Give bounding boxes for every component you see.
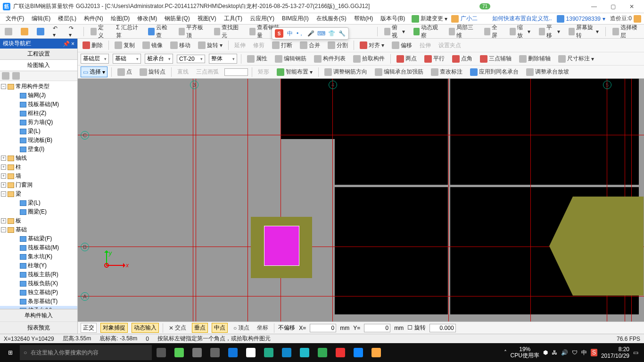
maximize-button[interactable]: ▢ (603, 0, 622, 13)
tab-project-settings[interactable]: 工程设置 (0, 49, 77, 60)
menu-help[interactable]: 帮助(H) (351, 14, 376, 24)
y-input[interactable] (364, 324, 390, 332)
tray-icon-1[interactable]: ⬢ (543, 349, 548, 356)
rotate-checkbox[interactable]: ☐ 旋转 (407, 324, 425, 332)
select-floor-button[interactable]: 选择楼层 (611, 23, 641, 41)
selected-element[interactable] (264, 226, 299, 266)
merge-button[interactable]: 合并 (298, 41, 322, 50)
parallel-button[interactable]: 平行 (422, 54, 446, 64)
pan-button[interactable]: 平移 ▾ (537, 23, 561, 41)
mirror-button[interactable]: 镜像 (140, 41, 165, 50)
top-view-button[interactable]: 俯视 ▾ (382, 23, 407, 41)
snap-apex[interactable]: ○ 顶点 (231, 323, 251, 333)
tab-single-input[interactable]: 单构件输入 (0, 309, 77, 321)
pick-component-button[interactable]: 拾取构件 (351, 54, 387, 64)
local-3d-button[interactable]: 局部三维 (447, 23, 478, 41)
apply-same-button[interactable]: 应用到同名承台 (468, 67, 520, 77)
taskbar-app-6[interactable] (314, 345, 331, 360)
taskbar-app-2[interactable] (189, 345, 206, 360)
tray-ime[interactable]: 中 (581, 349, 587, 357)
delete-aux-button[interactable]: 删除辅轴 (517, 54, 553, 64)
rotate-point-tool[interactable]: 旋转点 (138, 67, 167, 77)
edit-ct-rebar-button[interactable]: 编辑承台加强筋 (373, 67, 425, 77)
sum-button[interactable]: Σ 汇总计算 (114, 23, 141, 41)
flatten-button[interactable]: 平齐板顶 (177, 23, 207, 41)
ime-toolbar[interactable]: S 中 •， 🎤 ⌨ 👕 🔧 (272, 27, 349, 40)
minimize-button[interactable]: — (585, 0, 603, 13)
adjust-slope-button[interactable]: 调整承台放坡 (524, 67, 571, 77)
cloud-check-button[interactable]: 云检查 (146, 23, 172, 41)
undo-button[interactable]: ↶ ▾ (51, 24, 62, 39)
rotate-button[interactable]: 旋转 ▾ (196, 41, 224, 50)
dynamic-input-toggle[interactable]: 动态输入 (132, 323, 159, 333)
menu-edit[interactable]: 编辑(E) (29, 14, 53, 24)
define-button[interactable]: 定义 (89, 23, 110, 41)
menu-online[interactable]: 在线服务(S) (314, 14, 349, 24)
snap-coord[interactable]: 坐标 (255, 323, 270, 333)
ime-keyboard-icon[interactable]: ⌨ (317, 30, 325, 37)
open-file-button[interactable] (19, 27, 30, 36)
delete-button[interactable]: 删除 (81, 41, 105, 50)
tree-tool-1[interactable] (2, 72, 9, 80)
smart-layout-button[interactable]: 智能布置 ▾ (275, 67, 314, 77)
fullscreen-button[interactable]: 全屏 (482, 23, 504, 41)
ime-mic-icon[interactable]: 🎤 (307, 30, 314, 37)
three-point-aux-button[interactable]: 三点辅轴 (478, 54, 513, 64)
taskbar-app-3[interactable] (206, 345, 223, 360)
draw-value-input[interactable] (224, 68, 248, 76)
zoom-button[interactable]: 缩放 ▾ (508, 23, 532, 41)
snap-perp[interactable]: 垂点 (192, 323, 208, 333)
ortho-toggle[interactable]: 正交 (81, 323, 97, 333)
taskbar-store[interactable] (242, 345, 259, 360)
taskbar-ie[interactable] (278, 345, 295, 360)
start-button[interactable]: ⊞ (2, 345, 19, 360)
taskbar-search[interactable]: ○ 在这里输入你要搜索的内容 (20, 345, 152, 360)
component-list-button[interactable]: 构件列表 (312, 54, 347, 64)
action-center-icon[interactable]: ▭ (633, 349, 638, 356)
taskbar-qq[interactable] (332, 345, 349, 360)
snap-cross[interactable]: ✕ 交点 (167, 323, 188, 333)
move-button[interactable]: 移动 (168, 41, 192, 50)
dimension-button[interactable]: 尺寸标注 ▾ (556, 54, 596, 64)
break-button[interactable]: 打断 (270, 41, 294, 50)
component-name-select[interactable]: CT-20 (177, 55, 205, 63)
x-input[interactable] (310, 324, 336, 332)
ime-lang[interactable]: 中 (286, 30, 294, 37)
notification-badge[interactable]: 71 (479, 3, 490, 9)
taskbar-edge[interactable] (224, 345, 241, 360)
ime-tool-icon[interactable]: 🔧 (338, 30, 346, 37)
save-button[interactable] (35, 27, 46, 36)
rotate-input[interactable] (429, 324, 456, 332)
current-user[interactable]: 广小二 (451, 15, 478, 23)
subcategory-select[interactable]: 桩承台 (145, 54, 173, 64)
orbit-button[interactable]: 动态观察 (412, 23, 442, 41)
osnap-toggle[interactable]: 对象捕捉 (100, 323, 128, 333)
account-phone[interactable]: 13907298339 ▾ (557, 15, 605, 23)
tray-sogou-icon[interactable]: S (591, 349, 597, 356)
adjust-rebar-dir-button[interactable]: 调整钢筋方向 (322, 67, 369, 77)
taskbar-app-1[interactable] (171, 345, 188, 360)
coin-balance[interactable]: 造价豆:0 (610, 15, 641, 23)
taskbar-app-5[interactable] (296, 345, 313, 360)
tab-report-preview[interactable]: 报表预览 (0, 321, 77, 334)
taskbar-app-7[interactable] (368, 345, 385, 360)
edit-rebar-button[interactable]: 编辑钢筋 (273, 54, 308, 64)
drawing-canvas[interactable]: 3 4 5 C B A y x (78, 79, 644, 321)
pin-icon[interactable]: 📌 × (63, 41, 74, 47)
close-button[interactable]: ✕ (622, 0, 641, 13)
screen-rotate-button[interactable]: 屏幕旋转 ▾ (567, 23, 601, 41)
taskbar-app-4[interactable] (260, 345, 277, 360)
tab-draw-input[interactable]: 绘图输入 (0, 60, 77, 71)
ime-skin-icon[interactable]: 👕 (328, 30, 335, 37)
split-button[interactable]: 分割 (326, 41, 350, 50)
snap-mid[interactable]: 中点 (212, 323, 228, 333)
select-tool[interactable]: ▭选择 ▾ (81, 66, 107, 77)
copy-button[interactable]: 复制 (113, 41, 137, 50)
two-point-button[interactable]: 两点 (395, 54, 419, 64)
ime-punct-icon[interactable]: •， (297, 30, 304, 37)
level-select[interactable]: 基础层 (81, 54, 109, 64)
align-button[interactable]: 对齐 ▾ (358, 41, 386, 50)
taskbar-clock[interactable]: 8:202017/10/29 (601, 346, 629, 360)
tray-volume-icon[interactable]: 🔊 (561, 349, 568, 356)
offset-mode-select[interactable]: 不偏移 (278, 324, 295, 332)
